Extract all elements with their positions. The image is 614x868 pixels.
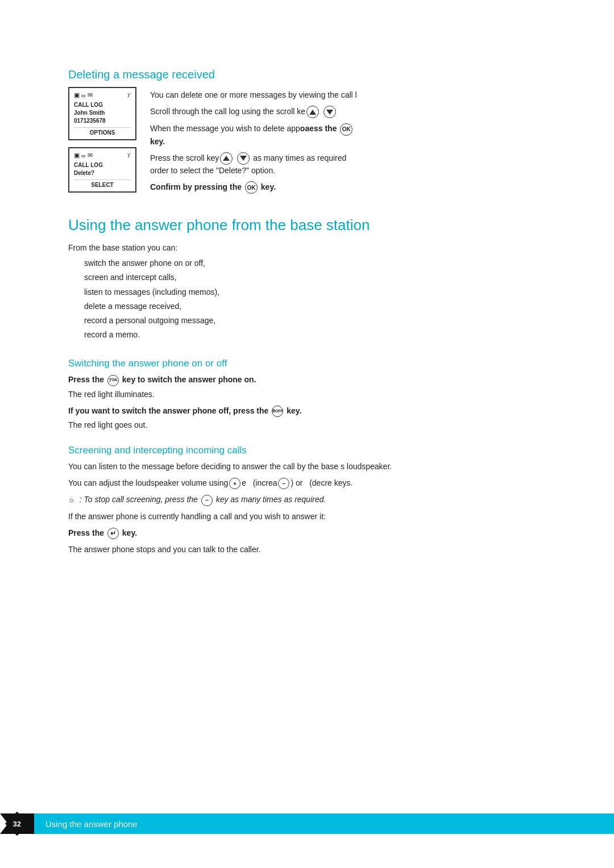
- screening-heading: Screening and intercepting incoming call…: [68, 445, 546, 456]
- screen2-icon-tape: ∞: [81, 152, 86, 159]
- page-diamond: 32: [5, 812, 29, 836]
- screen1-line3: 0171235678: [74, 117, 131, 125]
- list-item: screen and intercept calls,: [84, 270, 546, 285]
- delete-text-3: When the message you wish to delete appo…: [150, 123, 546, 147]
- screening-note: ☼ : To stop call screening, press the − …: [68, 494, 546, 506]
- arrow-up-icon: [309, 110, 316, 115]
- red-light-off: The red light goes out.: [68, 419, 546, 431]
- answer-phone-intro: From the base station you can:: [68, 242, 546, 254]
- screen2-signal: 𝛶: [127, 152, 131, 159]
- scroll-down-key: [323, 106, 336, 118]
- press-key-instruction: Press the ↵ key.: [68, 527, 546, 539]
- switch-on-instruction: Press the 7OK key to switch the answer p…: [68, 374, 546, 386]
- phone-screen-1: ▣ ∞ ✉ 𝛶 CALL LOG John Smith 0171235678 O…: [68, 87, 136, 140]
- screen2-line2: Delete?: [74, 169, 131, 177]
- screen1-icons: ▣ ∞ ✉: [74, 91, 93, 99]
- list-item: switch the answer phone on or off,: [84, 256, 546, 270]
- screen2-body: CALL LOG Delete?: [74, 161, 131, 177]
- stop-key: −: [201, 495, 213, 506]
- screen1-icon-tape: ∞: [81, 92, 86, 99]
- footer-page-badge: 32: [0, 813, 34, 834]
- delete-text-5: Confirm by pressing the OK key.: [150, 181, 546, 194]
- screen1-signal: 𝛶: [127, 92, 131, 99]
- screen1-icon-mail: ✉: [88, 91, 93, 99]
- deleting-heading: Deleting a message received: [68, 68, 546, 81]
- minus-key: −: [278, 478, 289, 489]
- list-item: listen to messages (including memos),: [84, 285, 546, 299]
- key-9off: 9OFF: [272, 406, 283, 417]
- delete-text-4: Press the scroll key as many times as re…: [150, 152, 546, 177]
- screening-text-2: You can adjust the loudspeaker volume us…: [68, 477, 546, 489]
- screening-section: Screening and intercepting incoming call…: [68, 445, 546, 556]
- page-number: 32: [13, 820, 21, 828]
- screen2-option: SELECT: [74, 180, 131, 188]
- red-light-on: The red light illuminates.: [68, 389, 546, 400]
- screens-column: ▣ ∞ ✉ 𝛶 CALL LOG John Smith 0171235678 O…: [68, 87, 136, 193]
- deleting-section: Deleting a message received ▣ ∞ ✉ 𝛶: [68, 68, 546, 198]
- screen1-top: ▣ ∞ ✉ 𝛶: [74, 91, 131, 99]
- phone-screen-2: ▣ ∞ ✉ 𝛶 CALL LOG Delete? SELECT: [68, 147, 136, 193]
- answer-phone-list: switch the answer phone on or off, scree…: [68, 256, 546, 342]
- delete-text-1: You can delete one or more messages by v…: [150, 89, 546, 101]
- list-item: record a memo.: [84, 328, 546, 342]
- list-item: record a personal outgoing message,: [84, 314, 546, 328]
- scroll-up-key: [306, 106, 319, 118]
- plus-key: +: [229, 478, 240, 489]
- key-7ok: 7OK: [107, 375, 119, 386]
- arrow-down-icon: [326, 110, 333, 115]
- screen1-icon-phone: ▣: [74, 91, 80, 99]
- footer-label: Using the answer phone: [34, 819, 138, 829]
- tip-icon: ☼: [68, 495, 75, 504]
- handset-key: ↵: [107, 528, 119, 539]
- screen2-icon-phone: ▣: [74, 152, 80, 159]
- ok-key-icon-1: OK: [340, 123, 352, 136]
- screening-text-4: The answer phone stops and you can talk …: [68, 544, 546, 556]
- arrow-down-icon-2: [240, 156, 247, 161]
- screen2-top: ▣ ∞ ✉ 𝛶: [74, 152, 131, 159]
- deleting-text-column: You can delete one or more messages by v…: [150, 87, 546, 198]
- ok-key-icon-2: OK: [245, 181, 258, 194]
- list-item: delete a message received,: [84, 299, 546, 314]
- answer-phone-section: Using the answer phone from the base sta…: [68, 216, 546, 342]
- arrow-up-icon-2: [223, 156, 230, 161]
- scroll-up-key-2: [220, 152, 233, 165]
- switching-section: Switching the answer phone on or off Pre…: [68, 358, 546, 431]
- screen2-line1: CALL LOG: [74, 161, 131, 169]
- screen2-icon-mail: ✉: [88, 152, 93, 159]
- screen1-option: OPTIONS: [74, 127, 131, 136]
- screen1-line1: CALL LOG: [74, 101, 131, 109]
- switching-heading: Switching the answer phone on or off: [68, 358, 546, 369]
- answer-phone-heading: Using the answer phone from the base sta…: [68, 216, 546, 234]
- footer-bar: 32 Using the answer phone: [0, 813, 614, 834]
- switch-off-instruction: If you want to switch the answer phone o…: [68, 405, 546, 417]
- screen2-icons: ▣ ∞ ✉: [74, 152, 93, 159]
- deleting-body: ▣ ∞ ✉ 𝛶 CALL LOG John Smith 0171235678 O…: [68, 87, 546, 198]
- screening-text-3: If the answer phone is currently handlin…: [68, 511, 546, 523]
- delete-text-2: Scroll through the call log using the sc…: [150, 106, 546, 118]
- screening-text-1: You can listen to the message before dec…: [68, 461, 546, 473]
- screen1-line2: John Smith: [74, 109, 131, 117]
- screen1-body: CALL LOG John Smith 0171235678: [74, 101, 131, 125]
- scroll-down-key-2: [237, 152, 250, 165]
